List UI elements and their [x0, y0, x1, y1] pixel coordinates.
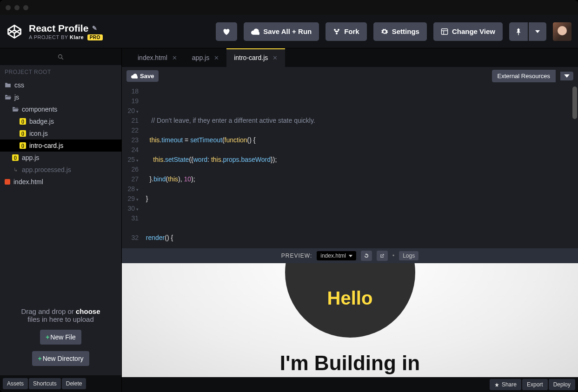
preview-refresh-button[interactable]	[361, 251, 372, 261]
preview-badge-text: Hello	[327, 288, 373, 309]
share-label: Share	[502, 381, 517, 388]
chevron-down-icon	[564, 74, 570, 78]
tree-folder-css[interactable]: css	[0, 79, 121, 91]
tree-label: app.processed.js	[22, 166, 71, 173]
heart-icon	[222, 28, 231, 35]
heart-button[interactable]	[216, 22, 237, 41]
settings-button[interactable]: Settings	[373, 22, 427, 41]
tree-label: badge.js	[29, 118, 54, 125]
preview-pane: Hello I'm Building in	[122, 263, 578, 377]
tree-folder-components[interactable]: components	[0, 103, 121, 115]
new-directory-button[interactable]: +New Directory	[32, 351, 89, 366]
project-subtitle: A PROJECT BY Klare PRO	[29, 34, 103, 40]
external-resources-button[interactable]: External Resources	[492, 70, 556, 82]
tree-file-badge[interactable]: () badge.js	[0, 115, 121, 127]
change-view-label: Change View	[452, 27, 495, 35]
tab-index-html[interactable]: index.html ✕	[130, 48, 185, 67]
popout-icon	[379, 253, 385, 259]
editor-scrollbar[interactable]	[572, 86, 577, 119]
change-view-button[interactable]: Change View	[433, 22, 503, 41]
sidebar: PROJECT ROOT css js components () badge.…	[0, 48, 122, 392]
dropzone-text-2: files in here to upload	[27, 315, 94, 323]
preview-popout-button[interactable]	[377, 251, 388, 261]
cloud-icon	[251, 28, 259, 35]
assets-button[interactable]: Assets	[3, 378, 28, 389]
tree-file-intro-card[interactable]: () intro-card.js	[0, 140, 121, 152]
tree-file-app[interactable]: () app.js	[0, 152, 121, 164]
tab-intro-card-js[interactable]: intro-card.js ✕	[226, 48, 285, 67]
tab-label: index.html	[138, 54, 167, 61]
tab-close-icon[interactable]: ✕	[172, 54, 177, 61]
user-avatar[interactable]	[553, 22, 571, 41]
tree-label: css	[14, 81, 24, 89]
editor-tabbar: index.html ✕ app.js ✕ intro-card.js ✕	[122, 48, 578, 67]
code-content[interactable]: // Don't leave, if they enter a differen…	[142, 85, 578, 248]
main-panel: index.html ✕ app.js ✕ intro-card.js ✕ Sa…	[122, 48, 578, 392]
settings-label: Settings	[392, 27, 419, 35]
dropzone-choose[interactable]: choose	[76, 307, 100, 315]
tree-file-icon[interactable]: () icon.js	[0, 127, 121, 140]
refresh-icon	[364, 253, 369, 259]
save-run-button[interactable]: Save All + Run	[244, 22, 319, 41]
window-titlebar	[0, 0, 578, 15]
preview-file-select[interactable]: index.html	[317, 251, 356, 260]
processed-file-icon: ↳	[12, 167, 19, 173]
tab-close-icon[interactable]: ✕	[272, 54, 278, 61]
file-tree: css js components () badge.js () icon.js	[0, 79, 121, 298]
new-file-label: New File	[50, 333, 75, 341]
shortcuts-button[interactable]: Shortcuts	[29, 378, 61, 389]
tree-folder-js[interactable]: js	[0, 91, 121, 103]
new-directory-label: New Directory	[43, 355, 84, 362]
tree-label: icon.js	[29, 130, 48, 137]
project-author[interactable]: Klare	[70, 34, 84, 40]
js-file-icon: ()	[12, 154, 19, 161]
line-gutter: 18 19 20▾ 21 22 23 24 25▾ 26 27 28▾ 29▾ …	[122, 85, 142, 248]
chevron-down-icon	[349, 255, 352, 257]
tree-file-app-processed[interactable]: ↳ app.processed.js	[0, 164, 121, 176]
editor-save-button[interactable]: Save	[126, 70, 159, 82]
preview-logs-button[interactable]: Logs	[399, 251, 419, 260]
project-root-label: PROJECT ROOT	[0, 65, 121, 79]
window-max-dot[interactable]	[23, 5, 28, 10]
folder-icon	[5, 82, 11, 88]
pin-dropdown-button[interactable]	[529, 22, 546, 41]
preview-badge-circle: Hello	[285, 263, 415, 338]
window-close-dot[interactable]	[6, 5, 11, 10]
file-dropzone[interactable]: Drag and drop or choose files in here to…	[0, 298, 121, 375]
preview-heading: I'm Building in	[280, 352, 420, 375]
tree-label: js	[14, 93, 19, 101]
delete-button[interactable]: Delete	[62, 378, 86, 389]
folder-open-icon	[12, 106, 19, 112]
edit-title-icon[interactable]: ✎	[92, 25, 97, 32]
project-title[interactable]: React Profile ✎	[29, 22, 103, 34]
main-footer: Share Export Deploy	[122, 377, 578, 392]
sidebar-search[interactable]	[0, 48, 121, 65]
external-resources-dropdown[interactable]	[560, 72, 573, 80]
top-toolbar: React Profile ✎ A PROJECT BY Klare PRO S…	[0, 15, 578, 48]
code-editor[interactable]: 18 19 20▾ 21 22 23 24 25▾ 26 27 28▾ 29▾ …	[122, 85, 578, 248]
tab-close-icon[interactable]: ✕	[214, 54, 219, 61]
fork-button[interactable]: Fork	[326, 22, 367, 41]
fork-label: Fork	[344, 27, 359, 35]
editor-save-label: Save	[140, 73, 154, 80]
deploy-button[interactable]: Deploy	[549, 379, 575, 390]
svg-line-4	[61, 58, 63, 60]
tree-file-index-html[interactable]: index.html	[0, 176, 121, 188]
new-file-button[interactable]: +New File	[40, 330, 81, 345]
preview-toolbar: PREVIEW: index.html • Logs	[122, 248, 578, 263]
export-button[interactable]: Export	[522, 379, 548, 390]
pin-button[interactable]	[509, 22, 528, 41]
share-button[interactable]: Share	[490, 379, 521, 390]
html-file-icon	[5, 179, 10, 185]
pin-icon	[516, 28, 521, 35]
tree-label: index.html	[13, 178, 43, 186]
js-file-icon: ()	[20, 142, 26, 149]
svg-rect-0	[441, 29, 447, 34]
dropzone-text-1: Drag and drop or	[21, 307, 73, 315]
star-icon	[494, 382, 499, 387]
gear-icon	[381, 28, 388, 35]
window-min-dot[interactable]	[14, 5, 20, 10]
project-sub-prefix: A PROJECT BY	[29, 34, 68, 40]
tab-app-js[interactable]: app.js ✕	[185, 48, 226, 67]
project-meta: React Profile ✎ A PROJECT BY Klare PRO	[29, 22, 103, 40]
